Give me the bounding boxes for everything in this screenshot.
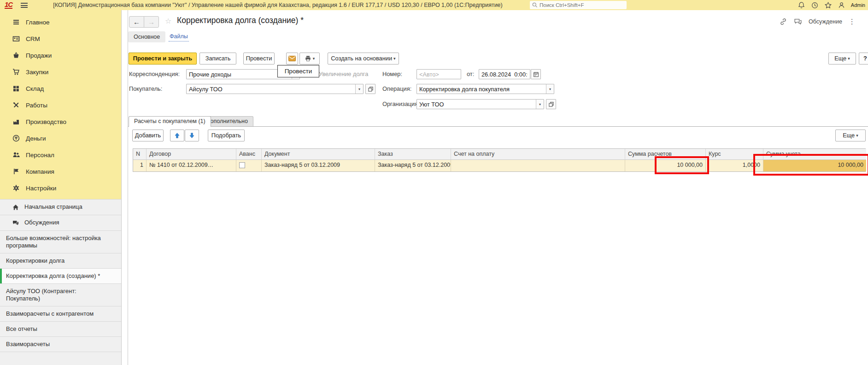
sidebar-item-more-features[interactable]: Больше возможностей: настройка программы (0, 231, 121, 253)
sidebar-item-all-reports[interactable]: Все отчеты (0, 322, 121, 337)
discussion-label[interactable]: Обсуждение (809, 18, 842, 25)
save-button[interactable]: Записать (199, 53, 236, 65)
open-buyer-button[interactable] (365, 84, 375, 94)
current-user-name[interactable]: Admin (851, 2, 865, 8)
date-label: от: (467, 69, 474, 79)
tab-files[interactable]: Файлы (169, 31, 189, 41)
cart-icon (12, 68, 20, 76)
move-row-up-button[interactable] (170, 130, 184, 141)
operation-input[interactable] (417, 84, 546, 94)
dropdown-button[interactable]: ▾ (546, 84, 554, 94)
cell-row-number[interactable]: 1 (133, 160, 147, 171)
sidebar-item-discussions[interactable]: Обсуждения (0, 215, 121, 231)
organization-field[interactable]: ▾ (416, 99, 544, 109)
column-header-order[interactable]: Заказ (375, 149, 451, 160)
back-button[interactable]: ← (129, 16, 144, 28)
add-row-button[interactable]: Добавить (132, 130, 164, 141)
date-field[interactable] (479, 69, 530, 79)
sidebar-item-raboty[interactable]: Работы (0, 97, 121, 113)
more-label: Еще (834, 53, 846, 64)
column-header-advance[interactable]: Аванс (236, 149, 262, 160)
history-icon[interactable] (811, 1, 819, 9)
post-button[interactable]: Провести (243, 53, 275, 65)
help-button[interactable]: ? (859, 53, 868, 65)
column-header-invoice[interactable]: Счет на оплату (451, 149, 625, 160)
global-search[interactable] (530, 1, 627, 9)
cell-advance[interactable] (236, 160, 262, 171)
sidebar-item-nastroyki[interactable]: Настройки (0, 180, 121, 196)
sidebar-item-kompaniya[interactable]: Компания (0, 163, 121, 180)
date-input[interactable] (479, 70, 530, 79)
1c-logo-icon: 1С (5, 1, 12, 9)
annotation-box-accounting-amount (753, 154, 868, 176)
link-icon[interactable] (779, 18, 787, 26)
sidebar-item-label: Взаиморасчеты (6, 341, 50, 348)
sidebar-item-label: Настройки (26, 185, 56, 192)
operation-field[interactable]: ▾ (416, 84, 554, 94)
tools-icon (12, 101, 20, 109)
annotation-box-settlement-amount (655, 156, 709, 174)
sidebar-item-aisulu-too[interactable]: Айсулу ТОО (Контрагент: Покупатель) (0, 284, 121, 306)
sidebar-item-personal[interactable]: Персонал (0, 147, 121, 163)
sidebar-item-zakupki[interactable]: Закупки (0, 64, 121, 80)
sidebar-item-label: Корректировки долга (6, 257, 65, 265)
number-input[interactable] (417, 70, 461, 79)
sidebar-item-glavnoe[interactable]: Главное (0, 14, 121, 30)
sidebar-item-debt-correction-new[interactable]: Корректировка долга (создание) * (0, 269, 121, 284)
tab-settlements[interactable]: Расчеты с покупателем (1) (129, 116, 211, 127)
correspondence-input[interactable] (187, 70, 292, 79)
sidebar-item-mutual-settlements-counterparty[interactable]: Взаиморасчеты с контрагентом (0, 306, 121, 322)
more-button[interactable]: Еще ▾ (828, 53, 856, 65)
sidebar-item-dengi[interactable]: Деньги (0, 130, 121, 147)
tab-panel-border (128, 126, 868, 127)
sidebar-item-label: Деньги (26, 135, 46, 142)
user-icon[interactable] (838, 1, 845, 9)
column-header-document[interactable]: Документ (262, 149, 375, 160)
sidebar-item-debt-corrections[interactable]: Корректировки долга (0, 253, 121, 269)
search-input[interactable] (540, 2, 618, 8)
main-menu-icon[interactable] (21, 3, 28, 8)
pick-button[interactable]: Подобрать (208, 130, 245, 141)
open-organization-button[interactable] (546, 99, 556, 109)
organization-input[interactable] (417, 100, 536, 109)
cell-document[interactable]: Заказ-наряд 5 от 03.12.2009 (262, 160, 375, 171)
dropdown-caret-icon: ▾ (393, 53, 396, 64)
cell-invoice[interactable] (451, 160, 625, 171)
post-and-close-button[interactable]: Провести и закрыть (129, 53, 197, 65)
cell-order[interactable]: Заказ-наряд 5 от 03.12.2009 (375, 160, 451, 171)
sidebar-pages: Начальная страница Обсуждения Больше воз… (0, 199, 121, 352)
sidebar-item-proizvodstvo[interactable]: Производство (0, 113, 121, 130)
buyer-field[interactable]: ▾ (186, 84, 364, 94)
more-options-dots-icon[interactable]: ⋮ (849, 18, 856, 25)
forward-button[interactable]: → (144, 16, 159, 28)
number-field[interactable] (416, 69, 461, 79)
calendar-button[interactable] (531, 69, 541, 79)
buyer-input[interactable] (187, 84, 355, 94)
send-email-button[interactable] (286, 53, 298, 65)
cell-contract[interactable]: № 1410 от 02.12.2009… (147, 160, 236, 171)
advance-checkbox[interactable] (239, 162, 245, 168)
sidebar-item-home[interactable]: Начальная страница (0, 199, 121, 215)
column-header-contract[interactable]: Договор (147, 149, 236, 160)
table-more-button[interactable]: Еще ▾ (835, 130, 866, 141)
tab-main[interactable]: Основное (128, 31, 165, 42)
post-button-tooltip: Провести (277, 65, 319, 77)
sidebar-item-prodazhi[interactable]: Продажи (0, 47, 121, 64)
move-row-down-button[interactable] (185, 130, 199, 141)
number-label: Номер: (382, 69, 402, 79)
favorites-star-icon[interactable] (824, 1, 832, 9)
print-button[interactable]: ▾ (299, 53, 320, 65)
discussion-icon[interactable] (794, 18, 802, 26)
sidebar-item-sklad[interactable]: Склад (0, 80, 121, 97)
sidebar: Главное CRM Продажи Закупки Склад Работы… (0, 10, 122, 365)
open-link-icon (549, 102, 554, 107)
sidebar-item-crm[interactable]: CRM (0, 30, 121, 47)
notifications-bell-icon[interactable] (798, 1, 805, 9)
open-link-icon (368, 87, 373, 92)
favorite-star-icon[interactable]: ☆ (165, 17, 171, 25)
sidebar-item-mutual-settlements[interactable]: Взаиморасчеты (0, 337, 121, 352)
dropdown-button[interactable]: ▾ (355, 84, 363, 94)
dropdown-button[interactable]: ▾ (536, 100, 544, 109)
column-header-n[interactable]: N (133, 149, 147, 160)
create-based-on-button[interactable]: Создать на основании ▾ (328, 53, 399, 65)
